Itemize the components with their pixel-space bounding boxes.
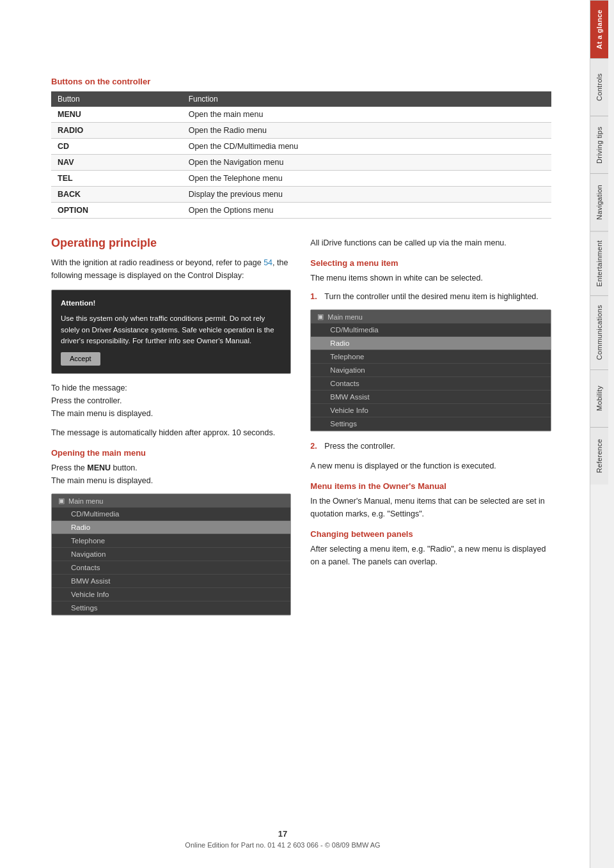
- table-row: RADIOOpen the Radio menu: [51, 123, 551, 139]
- step-1: 1. Turn the controller until the desired…: [310, 291, 551, 303]
- button-name: NAV: [51, 155, 182, 171]
- button-function: Open the Navigation menu: [182, 155, 551, 171]
- intro-text: With the ignition at radio readiness or …: [51, 256, 291, 282]
- menu-item: Settings: [52, 601, 290, 615]
- auto-hide-text: The message is automatically hidden afte…: [51, 426, 291, 439]
- sidebar-tabs-container: At a glanceControlsDriving tipsNavigatio…: [590, 0, 614, 484]
- menu-icon-left: ▣: [58, 497, 65, 505]
- menu-item: Vehicle Info: [311, 404, 551, 417]
- button-name: BACK: [51, 187, 182, 203]
- menu-item: CD/Multimedia: [311, 323, 551, 337]
- buttons-section-title: Buttons on the controller: [51, 77, 551, 86]
- button-function: Open the Options menu: [182, 203, 551, 219]
- changing-panels-title: Changing between panels: [310, 529, 551, 539]
- menu-title-right: Main menu: [327, 313, 362, 321]
- menu-item: BMW Assist: [311, 391, 551, 404]
- button-function: Open the Telephone menu: [182, 171, 551, 187]
- sidebar-tab-navigation[interactable]: Navigation: [590, 173, 608, 231]
- page-number: 17: [0, 829, 565, 839]
- menu-title-left: Main menu: [68, 497, 103, 505]
- intro-text-before: With the ignition at radio readiness or …: [51, 258, 264, 267]
- operating-principle-title: Operating principle: [51, 236, 291, 250]
- table-row: TELOpen the Telephone menu: [51, 171, 551, 187]
- changing-panels-text: After selecting a menu item, e.g. "Radio…: [310, 543, 551, 568]
- page-footer: 17 Online Edition for Part no. 01 41 2 6…: [0, 829, 565, 849]
- menu-item: Navigation: [52, 548, 290, 561]
- menu-bold: MENU: [87, 463, 111, 472]
- table-row: BACKDisplay the previous menu: [51, 187, 551, 203]
- menu-item: Radio: [311, 337, 551, 350]
- button-name: TEL: [51, 171, 182, 187]
- menu-items-owners-title: Menu items in the Owner's Manual: [310, 481, 551, 491]
- page-wrapper: Buttons on the controller Button Functio…: [0, 0, 614, 868]
- menu-item: Settings: [311, 417, 551, 431]
- button-name: RADIO: [51, 123, 182, 139]
- table-row: OPTIONOpen the Options menu: [51, 203, 551, 219]
- right-intro: All iDrive functions can be called up vi…: [310, 236, 551, 249]
- operating-principle-layout: Operating principle With the ignition at…: [51, 236, 551, 624]
- step-1-text: Turn the controller until the desired me…: [324, 291, 538, 303]
- left-column: Operating principle With the ignition at…: [51, 236, 291, 624]
- accept-button[interactable]: Accept: [61, 352, 100, 366]
- selecting-intro: The menu items shown in white can be sel…: [310, 272, 551, 284]
- sidebar-tab-reference[interactable]: Reference: [590, 427, 608, 484]
- menu-item: Telephone: [311, 350, 551, 364]
- menu-header-right: ▣ Main menu: [311, 310, 551, 323]
- sidebar-tabs: At a glanceControlsDriving tipsNavigatio…: [590, 0, 614, 868]
- main-menu-screenshot-right: ▣ Main menu CD/MultimediaRadioTelephoneN…: [310, 309, 551, 431]
- button-function: Open the CD/Multimedia menu: [182, 139, 551, 155]
- col-header-function: Function: [182, 91, 551, 107]
- menu-item: BMW Assist: [52, 575, 290, 588]
- after-step2-text: A new menu is displayed or the function …: [310, 460, 551, 472]
- page-link[interactable]: 54: [264, 258, 272, 267]
- menu-item: Vehicle Info: [52, 588, 290, 601]
- press-menu-text: Press the MENU button. The main menu is …: [51, 461, 291, 487]
- selecting-menu-item-title: Selecting a menu item: [310, 258, 551, 268]
- button-function: Open the main menu: [182, 107, 551, 123]
- opening-main-menu-title: Opening the main menu: [51, 448, 291, 458]
- main-menu-displayed-text: The main menu is displayed.: [51, 476, 153, 485]
- table-row: NAVOpen the Navigation menu: [51, 155, 551, 171]
- menu-icon-right: ▣: [317, 313, 324, 321]
- button-name: OPTION: [51, 203, 182, 219]
- sidebar-tab-at-a-glance[interactable]: At a glance: [590, 0, 608, 58]
- menu-item: Navigation: [311, 364, 551, 377]
- attention-title: Attention!: [61, 298, 281, 309]
- main-content: Buttons on the controller Button Functio…: [0, 0, 590, 868]
- right-column: All iDrive functions can be called up vi…: [310, 236, 551, 624]
- menu-items-left: CD/MultimediaRadioTelephoneNavigationCon…: [52, 508, 290, 615]
- menu-item: CD/Multimedia: [52, 508, 290, 521]
- step-2: 2. Press the controller.: [310, 440, 551, 453]
- menu-items-owners-text: In the Owner's Manual, menu items that c…: [310, 495, 551, 520]
- button-function: Open the Radio menu: [182, 123, 551, 139]
- menu-item: Contacts: [52, 561, 290, 575]
- steps-list: 1. Turn the controller until the desired…: [310, 291, 551, 303]
- sidebar-tab-communications[interactable]: Communications: [590, 295, 608, 369]
- button-name: MENU: [51, 107, 182, 123]
- col-header-button: Button: [51, 91, 182, 107]
- menu-item: Radio: [52, 521, 290, 534]
- step2-list: 2. Press the controller.: [310, 440, 551, 453]
- menu-item: Telephone: [52, 534, 290, 548]
- button-name: CD: [51, 139, 182, 155]
- step-2-text: Press the controller.: [324, 440, 395, 453]
- main-menu-screenshot-left: ▣ Main menu CD/MultimediaRadioTelephoneN…: [51, 493, 291, 616]
- sidebar-tab-entertainment[interactable]: Entertainment: [590, 231, 608, 295]
- after-attention-1: To hide the message: Press the controlle…: [51, 382, 291, 420]
- menu-items-right: CD/MultimediaRadioTelephoneNavigationCon…: [311, 323, 551, 431]
- menu-header-left: ▣ Main menu: [52, 494, 290, 508]
- sidebar-tab-controls[interactable]: Controls: [590, 58, 608, 116]
- buttons-table: Button Function MENUOpen the main menuRA…: [51, 91, 551, 219]
- button-function: Display the previous menu: [182, 187, 551, 203]
- attention-text: Use this system only when traffic condit…: [61, 313, 281, 347]
- table-row: CDOpen the CD/Multimedia menu: [51, 139, 551, 155]
- sidebar-tab-mobility[interactable]: Mobility: [590, 369, 608, 427]
- menu-item: Contacts: [311, 377, 551, 391]
- footer-text: Online Edition for Part no. 01 41 2 603 …: [185, 841, 380, 849]
- attention-box: Attention! Use this system only when tra…: [51, 290, 291, 374]
- sidebar-tab-driving-tips[interactable]: Driving tips: [590, 116, 608, 173]
- table-row: MENUOpen the main menu: [51, 107, 551, 123]
